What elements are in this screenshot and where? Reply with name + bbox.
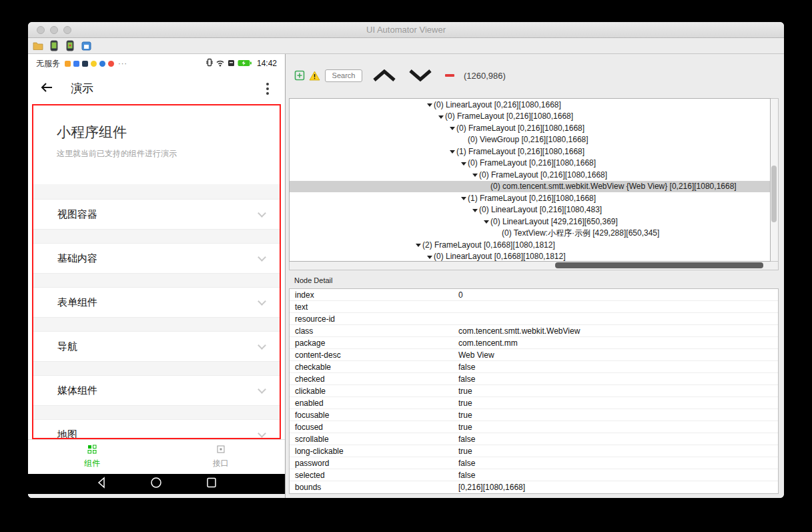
open-file-icon[interactable] (32, 40, 44, 52)
detail-row: long-clickabletrue (290, 445, 778, 457)
scrollbar-thumb[interactable] (771, 166, 777, 222)
tree-node[interactable]: (0) TextView:小程序·示例 [429,288][650,345] (290, 228, 770, 240)
search-input[interactable] (325, 69, 362, 82)
detail-row: content-descWeb View (290, 349, 778, 361)
expand-arrow-icon[interactable] (415, 239, 422, 250)
expand-arrow-icon[interactable] (472, 169, 479, 180)
chevron-down-icon (258, 253, 266, 262)
tree-node-label: (2) FrameLayout [0,1668][1080,1812] (422, 240, 555, 250)
phone-tab-bar: 组件 接口 (28, 439, 285, 474)
tree-node[interactable]: (1) FrameLayout [0,216][1080,1668] (290, 146, 770, 158)
device-screenshot-icon[interactable] (48, 40, 60, 52)
detail-row: passwordfalse (290, 457, 778, 469)
expand-arrow-icon[interactable] (483, 216, 490, 227)
android-home-icon[interactable] (150, 477, 162, 491)
detail-row: bounds[0,216][1080,1668] (290, 481, 778, 493)
expand-arrow-icon[interactable] (426, 99, 434, 110)
tree-node-label: (0) TextView:小程序·示例 [429,288][650,345] (502, 228, 659, 239)
expand-arrow-icon[interactable] (449, 122, 456, 134)
notification-icon (73, 61, 79, 67)
detail-row: scrollablefalse (290, 433, 778, 445)
expand-arrow-icon[interactable] (472, 204, 479, 216)
tree-node[interactable]: (0) LinearLayout [0,216][1080,483] (290, 204, 770, 216)
tree-node-label: (1) FrameLayout [0,216][1080,1668] (468, 194, 596, 203)
expand-arrow-icon[interactable] (426, 251, 434, 262)
remove-highlight-icon[interactable] (445, 74, 454, 77)
component-list: 视图容器 基础内容 表单组件 导航 (33, 184, 280, 439)
expand-arrow-icon[interactable] (460, 158, 468, 169)
list-item-map[interactable]: 地图 (33, 419, 280, 439)
list-item-media-components[interactable]: 媒体组件 (33, 375, 280, 406)
detail-row: checkedfalse (290, 373, 778, 385)
tree-node[interactable]: (0) FrameLayout [0,216][1080,1668] (290, 158, 770, 170)
list-item-basic-content[interactable]: 基础内容 (33, 243, 280, 274)
device-screenshot-panel[interactable]: 无服务 ··· (28, 54, 285, 498)
leaf-spacer (494, 228, 502, 239)
scrollbar-thumb[interactable] (555, 262, 763, 268)
carrier-label: 无服务 (36, 58, 60, 69)
detail-row: packagecom.tencent.mm (290, 337, 778, 349)
notification-overflow: ··· (118, 59, 127, 67)
ui-hierarchy-tree[interactable]: (0) LinearLayout [0,216][1080,1668] (0) … (289, 98, 771, 262)
tree-node[interactable]: (2) FrameLayout [0,1668][1080,1812] (290, 239, 770, 251)
leaf-spacer (483, 181, 490, 192)
save-screenshot-icon[interactable] (80, 40, 92, 52)
miniprogram-header: 小程序组件 这里就当前已支持的组件进行演示 (33, 105, 280, 184)
tree-node[interactable]: (0) FrameLayout [0,216][1080,1668] (290, 122, 770, 134)
window-titlebar[interactable]: UI Automator Viewer (28, 22, 784, 38)
leaf-spacer (460, 134, 468, 146)
menu-icon[interactable] (266, 83, 273, 95)
tab-components[interactable]: 组件 (28, 440, 157, 474)
list-item-label: 媒体组件 (57, 384, 97, 397)
detail-row: index0 (290, 289, 778, 301)
list-item-navigation[interactable]: 导航 (33, 331, 280, 362)
tree-node[interactable]: (0) LinearLayout [429,216][650,369] (290, 216, 770, 228)
notification-icon (91, 61, 97, 67)
back-icon[interactable] (40, 82, 53, 95)
tree-node[interactable]: (1) FrameLayout [0,216][1080,1668] (290, 192, 770, 204)
detail-row: clickabletrue (290, 385, 778, 397)
detail-row: resource-id (290, 313, 778, 325)
vibrate-icon (206, 57, 213, 69)
tree-node-label: (0) LinearLayout [0,216][1080,483] (479, 205, 602, 214)
tree-node-selected[interactable]: (0) com.tencent.smtt.webkit.WebView {Web… (290, 181, 770, 193)
list-item-label: 表单组件 (57, 296, 97, 309)
selected-node-highlight: 小程序组件 这里就当前已支持的组件进行演示 视图容器 基础内容 (32, 104, 281, 439)
miniprogram-subtitle: 这里就当前已支持的组件进行演示 (57, 148, 280, 160)
tree-node[interactable]: (0) FrameLayout [0,216][1080,1668] (290, 169, 770, 181)
tree-node-label: (0) FrameLayout [0,216][1080,1668] (468, 158, 596, 168)
battery-icon (238, 57, 252, 69)
expand-arrow-icon[interactable] (449, 146, 456, 157)
tree-node-label: (0) LinearLayout [0,1668][1080,1812] (434, 252, 565, 261)
tree-node-label: (0) com.tencent.smtt.webkit.WebView {Web… (490, 182, 737, 191)
notification-icon (82, 61, 88, 67)
tab-api[interactable]: 接口 (157, 440, 286, 474)
tree-node[interactable]: (0) FrameLayout [0,216][1080,1668] (290, 111, 770, 123)
warning-icon[interactable] (308, 69, 320, 81)
notification-icon (99, 61, 105, 67)
tree-node-label: (0) FrameLayout [0,216][1080,1668] (456, 123, 584, 133)
wifi-icon (216, 57, 225, 69)
tab-label: 接口 (213, 458, 229, 469)
list-item-form-components[interactable]: 表单组件 (33, 287, 280, 318)
window-content: 无服务 ··· (28, 54, 784, 498)
expand-arrow-icon[interactable] (460, 192, 468, 204)
previous-match-icon[interactable] (372, 69, 397, 81)
android-back-icon[interactable] (97, 477, 106, 491)
android-recents-icon[interactable] (206, 477, 217, 491)
tree-vertical-scrollbar[interactable] (771, 98, 779, 262)
tree-horizontal-scrollbar[interactable] (289, 262, 779, 270)
tree-node[interactable]: (0) ViewGroup [0,216][1080,1668] (290, 134, 770, 146)
expand-arrow-icon[interactable] (438, 111, 445, 122)
list-item-view-container[interactable]: 视图容器 (33, 199, 280, 230)
tree-node-label: (1) FrameLayout [0,216][1080,1668] (456, 147, 584, 156)
device-screenshot-compressed-icon[interactable] (64, 40, 76, 52)
list-item-label: 视图容器 (57, 208, 97, 221)
expand-all-icon[interactable] (294, 69, 306, 81)
tree-node[interactable]: (0) LinearLayout [0,1668][1080,1812] (290, 251, 770, 262)
detail-row: classcom.tencent.smtt.webkit.WebView (290, 325, 778, 337)
tree-node[interactable]: (0) LinearLayout [0,216][1080,1668] (290, 99, 770, 111)
list-item-label: 导航 (57, 340, 77, 353)
miniprogram-title: 小程序组件 (57, 123, 280, 142)
next-match-icon[interactable] (408, 69, 433, 81)
